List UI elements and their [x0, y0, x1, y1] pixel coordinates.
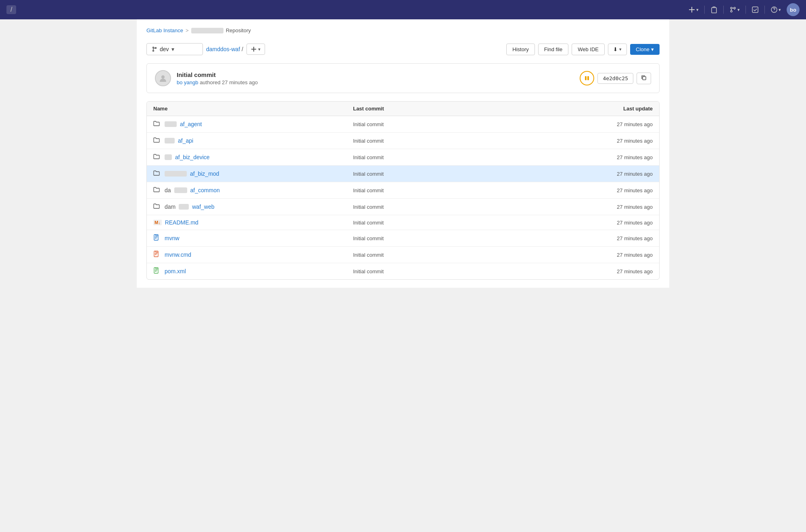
svg-point-13: [161, 75, 165, 79]
filename-blurred: [165, 138, 175, 143]
folder-icon: [153, 137, 161, 145]
folder-icon: [153, 170, 161, 178]
user-avatar[interactable]: bo: [787, 3, 800, 16]
commit-info-box: Initial commit bo yangb authored 27 minu…: [146, 63, 660, 93]
nav-divider-3: [745, 6, 746, 14]
breadcrumb-repo-label: Repository: [226, 27, 251, 33]
copy-icon: [641, 75, 647, 81]
file-icon: [153, 234, 161, 242]
nav-slash-button[interactable]: /: [6, 5, 16, 14]
commit-details: Initial commit bo yangb authored 27 minu…: [177, 71, 574, 85]
markdown-icon: M↓: [153, 220, 162, 225]
file-name-cell: af_biz_mod: [153, 170, 353, 178]
file-link[interactable]: waf_web: [192, 204, 214, 210]
file-update-time: 27 minutes ago: [553, 268, 653, 274]
file-update-time: 27 minutes ago: [553, 204, 653, 210]
file-commit-msg: Initial commit: [353, 187, 553, 193]
web-ide-button[interactable]: Web IDE: [572, 44, 605, 55]
commit-time: 27 minutes ago: [222, 79, 258, 85]
commit-pipeline-status[interactable]: [580, 71, 594, 85]
clone-button[interactable]: Clone ▾: [630, 44, 660, 55]
path-separator: /: [242, 46, 243, 52]
clone-label: Clone: [636, 46, 649, 52]
file-commit-msg: Initial commit: [353, 121, 553, 127]
file-update-time: 27 minutes ago: [553, 171, 653, 177]
breadcrumb-sep-1: >: [186, 27, 189, 33]
file-link[interactable]: mvnw.cmd: [165, 251, 191, 258]
download-icon: ⬇: [613, 46, 618, 52]
branch-name: dev: [160, 46, 169, 52]
file-link[interactable]: mvnw: [165, 235, 180, 241]
filename-prefix: dam: [165, 204, 175, 210]
svg-rect-19: [154, 268, 158, 273]
table-row: pom.xml Initial commit 27 minutes ago: [147, 263, 659, 279]
branch-chevron-icon: ▾: [171, 46, 174, 52]
svg-point-3: [731, 7, 732, 9]
file-commit-msg: Initial commit: [353, 268, 553, 274]
file-link[interactable]: af_common: [190, 187, 220, 193]
nav-merge-icon[interactable]: ▾: [729, 6, 740, 13]
folder-icon: [153, 153, 161, 161]
file-link[interactable]: af_biz_device: [175, 154, 210, 160]
download-chevron-icon: ▾: [619, 47, 622, 52]
filename-blurred: [165, 171, 187, 177]
file-name-cell: dam waf_web: [153, 203, 353, 211]
history-button[interactable]: History: [506, 44, 535, 55]
copy-commit-hash-button[interactable]: [637, 73, 651, 84]
nav-right: ▾ ▾ ▾ bo: [688, 3, 800, 16]
file-table-header: Name Last commit Last update: [147, 102, 659, 116]
xml-file-icon: [153, 267, 161, 275]
file-update-time: 27 minutes ago: [553, 235, 653, 241]
file-update-time: 27 minutes ago: [553, 138, 653, 144]
commit-author-link[interactable]: bo yangb: [177, 79, 198, 85]
file-update-time: 27 minutes ago: [553, 154, 653, 160]
folder-icon: [153, 186, 161, 194]
add-chevron-icon: ▾: [258, 47, 261, 52]
file-link[interactable]: af_agent: [180, 121, 202, 127]
nav-clipboard-icon[interactable]: [710, 6, 718, 13]
svg-rect-1: [689, 9, 695, 10]
folder-icon: [153, 203, 161, 211]
table-row: af_api Initial commit 27 minutes ago: [147, 133, 659, 149]
svg-point-5: [731, 10, 732, 12]
file-commit-msg: Initial commit: [353, 171, 553, 177]
commit-action: authored: [200, 79, 222, 85]
file-commit-msg: Initial commit: [353, 220, 553, 226]
svg-rect-15: [587, 76, 589, 80]
table-row: af_biz_device Initial commit 27 minutes …: [147, 149, 659, 166]
svg-rect-2: [712, 8, 716, 13]
file-update-time: 27 minutes ago: [553, 220, 653, 226]
file-link[interactable]: af_biz_mod: [190, 170, 219, 177]
file-name-cell: af_biz_device: [153, 153, 353, 161]
find-file-button[interactable]: Find file: [538, 44, 569, 55]
table-row: da af_common Initial commit 27 minutes a…: [147, 182, 659, 199]
file-link[interactable]: pom.xml: [165, 268, 186, 274]
table-row: mvnw.cmd Initial commit 27 minutes ago: [147, 247, 659, 263]
cmd-file-icon: [153, 251, 161, 259]
filename-blurred: [165, 121, 177, 127]
breadcrumb: GitLab Instance > Repository: [146, 27, 660, 33]
svg-rect-12: [251, 49, 256, 50]
file-update-time: 27 minutes ago: [553, 252, 653, 258]
nav-todo-icon[interactable]: [752, 6, 759, 13]
filename-blurred: [165, 154, 172, 160]
nav-plus-icon[interactable]: ▾: [688, 6, 699, 13]
path-root-link[interactable]: damddos-waf: [206, 46, 240, 52]
page-wrapper: GitLab Instance > Repository dev ▾ damdd…: [137, 19, 669, 288]
file-link[interactable]: af_api: [178, 137, 193, 144]
branch-selector[interactable]: dev ▾: [146, 43, 203, 55]
file-link[interactable]: README.md: [165, 219, 198, 226]
nav-divider-4: [764, 6, 765, 14]
breadcrumb-gitlab-link[interactable]: GitLab Instance: [146, 27, 183, 33]
svg-rect-17: [154, 235, 158, 240]
file-commit-msg: Initial commit: [353, 138, 553, 144]
nav-left: /: [6, 5, 16, 14]
folder-icon: [153, 120, 161, 128]
file-commit-msg: Initial commit: [353, 235, 553, 241]
add-file-button[interactable]: ▾: [246, 44, 265, 55]
file-name-cell: mvnw: [153, 234, 353, 242]
file-name-cell: af_agent: [153, 120, 353, 128]
download-button[interactable]: ⬇ ▾: [608, 44, 627, 55]
nav-help-icon[interactable]: ▾: [771, 6, 781, 13]
svg-rect-6: [752, 7, 758, 12]
